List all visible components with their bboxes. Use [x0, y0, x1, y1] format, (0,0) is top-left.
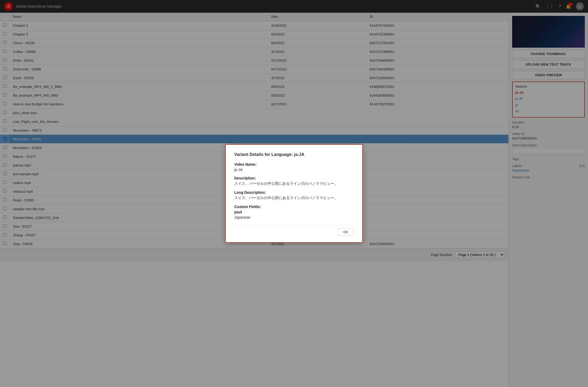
description-value: スイス、バーゼルの中心部にあるライン川のパノラマビュー。 — [234, 181, 354, 186]
custom-field-value: Japanese — [234, 215, 354, 219]
description-label: Description: — [234, 176, 354, 180]
long-description-label: Long Description: — [234, 190, 354, 195]
modal-ok-button[interactable]: OK — [338, 228, 354, 236]
custom-fields-label: Custom Fields: — [234, 205, 354, 209]
video-name-value: ja-JA — [234, 168, 354, 172]
modal-title: Variant Details for Language: ja-JA — [234, 152, 354, 157]
modal-dialog: Variant Details for Language: ja-JA Vide… — [225, 144, 363, 243]
modal-overlay[interactable]: Variant Details for Language: ja-JA Vide… — [0, 0, 588, 387]
video-name-label: Video Name: — [234, 162, 354, 166]
long-description-value: スイス、バーゼルの中心部にあるライン川のパノラマビュー。 — [234, 196, 354, 200]
modal-footer: OK — [234, 225, 354, 236]
custom-field-name: paul — [234, 210, 354, 214]
